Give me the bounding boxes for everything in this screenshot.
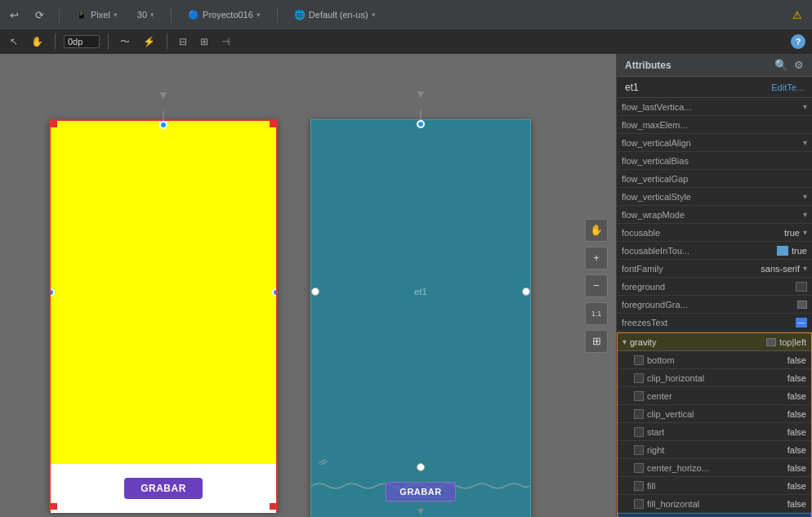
sub-row-clip-horizontal[interactable]: clip_horizontal false bbox=[618, 369, 811, 387]
handle-bottom-2[interactable] bbox=[417, 463, 425, 471]
offset-input[interactable] bbox=[64, 35, 100, 48]
attr-row-focusable[interactable]: focusable true ▾ bbox=[617, 224, 812, 242]
locale-icon: 🌐 bbox=[294, 10, 306, 20]
sub-row-center[interactable]: center false bbox=[618, 387, 811, 405]
sub-attr-name-clip-horizontal: clip_horizontal bbox=[647, 373, 787, 383]
attr-value-gravity: top|left bbox=[779, 337, 806, 347]
sub-row-right[interactable]: right false bbox=[618, 441, 811, 459]
warning-icon[interactable]: ⚠ bbox=[789, 7, 805, 23]
path-icon[interactable]: 〜 bbox=[117, 33, 133, 51]
checkbox-start[interactable] bbox=[634, 427, 644, 437]
attr-row-freezestext[interactable]: freezesText — bbox=[617, 314, 812, 332]
canvas-panel-2[interactable]: ▼ et1 GRABAR ▼ bbox=[310, 119, 531, 517]
locale-selector[interactable]: 🌐 Default (en-us) ▾ bbox=[289, 8, 381, 22]
foreground-color-swatch[interactable] bbox=[796, 282, 807, 292]
distribute-icon[interactable]: ⊞ bbox=[197, 34, 212, 49]
checkbox-clip-vertical[interactable] bbox=[634, 409, 644, 419]
project-label: Proyecto016 bbox=[203, 10, 253, 20]
attr-row-flow-verticalstyle[interactable]: flow_verticalStyle ▾ bbox=[617, 188, 812, 206]
pixel-chevron: ▾ bbox=[114, 11, 118, 19]
sub-attr-name-start: start bbox=[647, 427, 787, 437]
zoom-out-button[interactable]: − bbox=[585, 274, 608, 297]
attr-row-foreground[interactable]: foreground bbox=[617, 278, 812, 296]
sub-row-fill[interactable]: fill false bbox=[618, 477, 811, 495]
handle-top-2[interactable] bbox=[417, 120, 425, 128]
attr-row-flow-verticalgap[interactable]: flow_verticalGap bbox=[617, 170, 812, 188]
attr-row-focusableintou[interactable]: focusableInTou... true bbox=[617, 242, 812, 260]
sub-row-bottom[interactable]: bottom false bbox=[618, 351, 811, 369]
search-icon[interactable]: 🔍 bbox=[774, 59, 787, 71]
undo-icon[interactable]: ↩ bbox=[7, 7, 22, 23]
checkbox-fill-horizontal[interactable] bbox=[634, 499, 644, 509]
attr-header-icons: 🔍 ⚙ bbox=[774, 59, 804, 71]
align-icon[interactable]: ⊟ bbox=[176, 34, 190, 49]
attr-row-flow-verticalbias[interactable]: flow_verticalBias bbox=[617, 152, 812, 170]
dropdown-icon-5[interactable]: ▾ bbox=[803, 192, 807, 201]
sub-attr-name-right: right bbox=[647, 445, 787, 455]
sub-attr-name-clip-vertical: clip_vertical bbox=[647, 409, 787, 419]
attr-row-flow-maxelem[interactable]: flow_maxElem... bbox=[617, 116, 812, 134]
baseline-icon[interactable]: ⊣ bbox=[218, 34, 233, 49]
project-icon: 🔵 bbox=[188, 10, 199, 20]
dropdown-icon-6[interactable]: ▾ bbox=[803, 210, 807, 219]
constraint-top-arrow-2: ▼ bbox=[415, 87, 426, 100]
dropdown-icon-2[interactable]: ▾ bbox=[803, 138, 807, 147]
et1-canvas-label: et1 bbox=[414, 287, 426, 296]
checkbox-right[interactable] bbox=[634, 445, 644, 455]
corner-bl[interactable] bbox=[51, 503, 57, 510]
attr-name-focusableintou: focusableInTou... bbox=[622, 246, 777, 256]
dropdown-icon-9[interactable]: ▾ bbox=[803, 264, 807, 273]
help-button[interactable]: ? bbox=[791, 34, 805, 49]
settings-icon[interactable]: ⚙ bbox=[794, 59, 804, 71]
gravity-expand-icon[interactable]: ▾ bbox=[622, 337, 627, 346]
sub-attr-value-start: false bbox=[787, 427, 806, 437]
zoom-selector[interactable]: 30 ▾ bbox=[132, 8, 159, 21]
checkbox-center[interactable] bbox=[634, 391, 644, 401]
dropdown-icon-0[interactable]: ▾ bbox=[803, 102, 807, 111]
attr-row-flow-wrapmode[interactable]: flow_wrapMode ▾ bbox=[617, 206, 812, 224]
sub-row-top[interactable]: ✓ top true bbox=[618, 513, 811, 517]
pan-icon[interactable]: ✋ bbox=[28, 34, 47, 49]
attr-row-flow-verticalalign[interactable]: flow_verticalAlign ▾ bbox=[617, 134, 812, 152]
sub-row-clip-vertical[interactable]: clip_vertical false bbox=[618, 405, 811, 423]
edit-text-button[interactable]: EditTe... bbox=[771, 82, 804, 92]
pixel-selector[interactable]: 📱 Pixel ▾ bbox=[71, 8, 123, 22]
blue-swatch-focusable bbox=[777, 246, 788, 256]
sub-row-center-horizo[interactable]: center_horizo... false bbox=[618, 459, 811, 477]
zoom-in-button[interactable]: + bbox=[585, 247, 608, 270]
handle-right[interactable] bbox=[272, 288, 276, 296]
checkbox-fill[interactable] bbox=[634, 481, 644, 491]
magic-icon[interactable]: ⚡ bbox=[140, 34, 158, 49]
handle-right-2[interactable] bbox=[522, 287, 530, 296]
attr-row-foregroundgra[interactable]: foregroundGra... bbox=[617, 296, 812, 314]
attr-row-fontfamily[interactable]: fontFamily sans-serif ▾ bbox=[617, 260, 812, 278]
corner-tr[interactable] bbox=[270, 121, 276, 127]
canvas-panel-1-bottom: GRABAR bbox=[51, 464, 276, 513]
sub-row-fill-horizontal[interactable]: fill_horizontal false bbox=[618, 495, 811, 513]
grabar-button-2[interactable]: GRABAR bbox=[386, 482, 455, 501]
canvas-panel-2-bottom: GRABAR ▼ bbox=[311, 463, 530, 517]
handle-bottom[interactable] bbox=[159, 121, 167, 129]
handle-left[interactable] bbox=[51, 288, 55, 296]
canvas-panel-1[interactable]: ▼ GRABAR bbox=[49, 119, 278, 511]
corner-tl[interactable] bbox=[51, 121, 57, 127]
ratio-button[interactable]: 1:1 bbox=[585, 302, 608, 325]
checkbox-center-horizo[interactable] bbox=[634, 463, 644, 473]
select-icon[interactable]: ↖ bbox=[7, 34, 21, 49]
redo-icon[interactable]: ⟳ bbox=[32, 7, 47, 23]
handle-left-2[interactable] bbox=[311, 287, 319, 296]
grabar-button-1[interactable]: GRABAR bbox=[124, 478, 203, 499]
corner-br[interactable] bbox=[270, 503, 276, 510]
gravity-header-row[interactable]: ▾ gravity top|left bbox=[618, 333, 811, 351]
bottom-arrow-2: ▼ bbox=[416, 506, 426, 517]
sub-row-start[interactable]: start false bbox=[618, 423, 811, 441]
attr-row-flow-lastvertica[interactable]: flow_lastVertica... ▾ bbox=[617, 98, 812, 116]
dropdown-icon-7[interactable]: ▾ bbox=[803, 228, 807, 237]
expand-button[interactable]: ⊞ bbox=[585, 330, 608, 353]
checkbox-bottom[interactable] bbox=[634, 355, 644, 365]
pixel-icon: 📱 bbox=[76, 10, 87, 20]
checkbox-clip-horizontal[interactable] bbox=[634, 373, 644, 383]
hand-tool-button[interactable]: ✋ bbox=[585, 219, 608, 242]
constraint-line-top bbox=[163, 111, 164, 121]
project-selector[interactable]: 🔵 Proyecto016 ▾ bbox=[183, 8, 265, 22]
